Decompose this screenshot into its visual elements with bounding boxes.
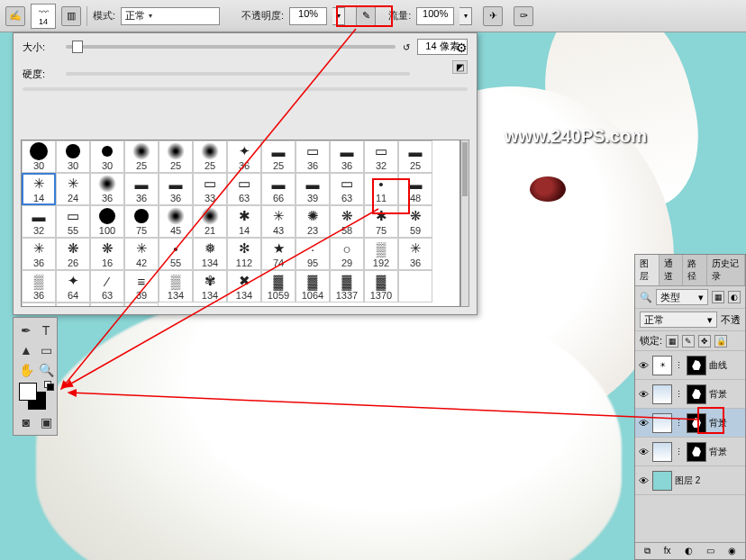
brush-preset-cell[interactable]: ▭63 xyxy=(330,173,364,205)
brush-preset-cell[interactable]: ✳36 xyxy=(22,238,56,270)
brush-preset-cell[interactable]: ▒192 xyxy=(364,238,398,270)
layer-blend-select[interactable]: 正常▾ xyxy=(640,312,717,328)
brush-preset-cell[interactable]: 21 xyxy=(193,205,227,238)
lock-pixels-icon[interactable]: ▦ xyxy=(666,335,678,348)
brush-size-slider[interactable] xyxy=(66,45,396,49)
brush-preset-cell[interactable]: ✦64 xyxy=(56,270,90,303)
layer-name[interactable]: 背景 xyxy=(709,417,727,429)
screenmode-icon[interactable]: ▣ xyxy=(37,413,55,431)
tab-history[interactable]: 历史记录 xyxy=(707,255,745,285)
layer-thumb[interactable] xyxy=(652,471,672,491)
hand-tool-icon[interactable]: ✋ xyxy=(17,361,35,379)
lock-all-icon[interactable]: 🔒 xyxy=(714,335,727,348)
brush-preset-cell[interactable]: ❋26 xyxy=(56,238,90,270)
mask-thumb[interactable] xyxy=(687,384,706,404)
flow-dropdown[interactable]: ▾ xyxy=(459,7,472,25)
brush-preset-cell[interactable]: ✾134 xyxy=(193,270,227,303)
brush-preset-cell[interactable]: ▬25 xyxy=(261,140,296,173)
rectangle-tool-icon[interactable]: ▭ xyxy=(37,341,55,359)
reset-size-icon[interactable]: ↺ xyxy=(403,42,410,52)
brush-preset-cell[interactable]: ≡39 xyxy=(124,270,159,303)
lock-position-icon[interactable]: ✥ xyxy=(698,335,711,348)
flow-input[interactable]: 100% xyxy=(416,7,454,25)
brush-preset-cell[interactable]: ✳43 xyxy=(261,205,296,238)
layer-row[interactable]: 👁⋮背景 xyxy=(635,438,745,466)
brush-preset-cell[interactable]: 75 xyxy=(124,205,159,238)
gear-icon[interactable]: ⚙ xyxy=(456,41,468,55)
brush-tool-icon[interactable]: ✍ xyxy=(5,6,25,26)
brush-preset-cell[interactable]: 45 xyxy=(159,205,193,238)
brush-preset-cell[interactable]: ⁄63 xyxy=(90,270,124,303)
brush-preset-cell[interactable]: ▬36 xyxy=(159,173,193,205)
tab-channels[interactable]: 通道 xyxy=(660,255,684,285)
blend-mode-select[interactable]: 正常▾ xyxy=(121,7,220,25)
mask-thumb[interactable] xyxy=(687,356,706,375)
layer-row[interactable]: 👁图层 2 xyxy=(635,466,745,495)
brush-preset-cell[interactable] xyxy=(56,303,90,307)
brush-preset-cell[interactable]: 25 xyxy=(159,140,193,173)
brush-preset-cell[interactable]: ▒134 xyxy=(159,270,193,303)
brush-preset-cell[interactable]: •11 xyxy=(364,173,398,205)
layer-name[interactable]: 背景 xyxy=(709,388,727,401)
brush-preset-cell[interactable] xyxy=(22,303,56,307)
opacity-input[interactable]: 10% xyxy=(289,7,327,25)
brush-panel-toggle-icon[interactable]: ▥ xyxy=(61,6,81,26)
new-group-icon[interactable]: ▭ xyxy=(706,546,714,556)
layer-row[interactable]: 👁☀⋮曲线 xyxy=(635,351,745,380)
fx-icon[interactable]: fx xyxy=(664,546,671,556)
opacity-dropdown[interactable]: ▾ xyxy=(332,7,345,25)
brush-preset-cell[interactable]: 25 xyxy=(193,140,227,173)
type-tool-icon[interactable]: T xyxy=(37,321,55,339)
color-swatches[interactable] xyxy=(17,381,55,411)
pressure-size-icon[interactable]: ✑ xyxy=(514,6,533,26)
brush-grid[interactable]: 303030252525✦36▬25▭36▬36▭32▬25✳14✳2436▬3… xyxy=(21,140,460,307)
airbrush-icon[interactable]: ✈ xyxy=(483,6,503,26)
layer-name[interactable]: 图层 2 xyxy=(675,474,700,487)
mask-add-icon[interactable]: ◐ xyxy=(685,546,693,556)
layer-filter-select[interactable]: 类型▾ xyxy=(656,289,708,305)
brush-preset-cell[interactable]: 100 xyxy=(90,205,124,238)
visibility-icon[interactable]: 👁 xyxy=(637,447,650,457)
layer-name[interactable]: 背景 xyxy=(709,446,727,458)
brush-preset-cell[interactable]: ▭55 xyxy=(56,205,90,238)
brush-extra-slider[interactable] xyxy=(23,87,468,91)
adj-thumb[interactable]: ☀ xyxy=(652,356,672,375)
brush-preset-cell[interactable]: ○29 xyxy=(330,238,364,270)
filter-adj-icon[interactable]: ◐ xyxy=(728,291,741,303)
brush-preset-cell[interactable]: •55 xyxy=(159,238,193,270)
brush-preset-cell[interactable]: ✦36 xyxy=(227,140,261,173)
brush-preset-cell[interactable]: 30 xyxy=(90,140,124,173)
layer-name[interactable]: 曲线 xyxy=(709,359,727,372)
brush-preset-cell[interactable] xyxy=(398,270,432,303)
brush-preset-cell[interactable]: ▬36 xyxy=(124,173,159,205)
brush-preset-cell[interactable]: ▓1370 xyxy=(364,270,398,303)
brush-preset-cell[interactable]: ▬25 xyxy=(398,140,432,173)
brush-preset-cell[interactable] xyxy=(124,303,159,307)
brush-preset-cell[interactable]: ▭33 xyxy=(193,173,227,205)
layer-thumb[interactable] xyxy=(652,442,672,462)
brush-preset-cell[interactable]: ✺23 xyxy=(296,205,330,238)
brush-preset-cell[interactable]: ▬32 xyxy=(22,205,56,238)
brush-preset-cell[interactable]: ✻112 xyxy=(227,238,261,270)
layer-thumb[interactable] xyxy=(652,384,672,404)
brush-scrollbar[interactable] xyxy=(460,140,469,307)
brush-preset-cell[interactable]: 30 xyxy=(22,140,56,173)
brush-preset-cell[interactable]: ✖134 xyxy=(227,270,261,303)
brush-preset-cell[interactable]: ✳14 xyxy=(22,173,56,205)
brush-preset-cell[interactable] xyxy=(90,303,124,307)
brush-preset-cell[interactable]: ·95 xyxy=(296,238,330,270)
brush-preset-cell[interactable]: ✱14 xyxy=(227,205,261,238)
tab-layers[interactable]: 图层 xyxy=(635,255,660,285)
zoom-tool-icon[interactable]: 🔍 xyxy=(37,361,55,379)
filter-pixel-icon[interactable]: ▦ xyxy=(712,291,724,303)
brush-preset-cell[interactable]: ★74 xyxy=(261,238,296,270)
visibility-icon[interactable]: 👁 xyxy=(637,475,650,486)
brush-preset-cell[interactable]: ▓1337 xyxy=(330,270,364,303)
pressure-opacity-icon[interactable]: ✎ xyxy=(356,6,376,26)
brush-preset-cell[interactable]: ▭36 xyxy=(296,140,330,173)
visibility-icon[interactable]: 👁 xyxy=(637,360,650,371)
brush-preset-cell[interactable]: ✳42 xyxy=(124,238,159,270)
mask-thumb[interactable] xyxy=(687,413,706,433)
layer-thumb[interactable] xyxy=(652,413,672,433)
brush-preset-cell[interactable]: ▭63 xyxy=(227,173,261,205)
